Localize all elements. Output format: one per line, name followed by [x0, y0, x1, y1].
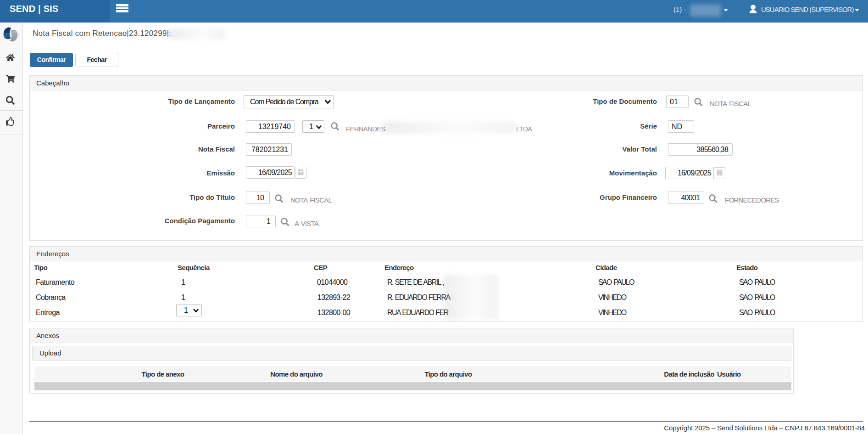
svg-text:7: 7	[719, 172, 721, 175]
svg-text:7: 7	[300, 172, 302, 175]
